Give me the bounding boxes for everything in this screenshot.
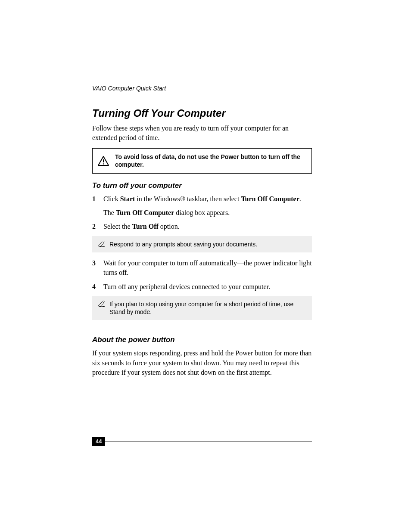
step-number: 2 bbox=[92, 222, 97, 231]
step-3-text: Wait for your computer to turn off autom… bbox=[103, 258, 312, 278]
warning-icon bbox=[98, 156, 109, 166]
page-number: 44 bbox=[92, 437, 105, 446]
section-heading-about-power: About the power button bbox=[92, 336, 312, 344]
step-number: 3 bbox=[92, 258, 97, 278]
section-heading-turn-off: To turn off your computer bbox=[92, 181, 312, 190]
pencil-icon bbox=[97, 240, 106, 247]
note-text: Respond to any prompts about saving your… bbox=[109, 240, 257, 248]
document-page: VAIO Computer Quick Start Turning Off Yo… bbox=[0, 0, 411, 532]
about-power-body: If your system stops responding, press a… bbox=[92, 348, 312, 377]
step-3: 3 Wait for your computer to turn off aut… bbox=[92, 258, 312, 278]
warning-text: To avoid loss of data, do not use the Po… bbox=[115, 153, 305, 168]
step-1-line-2: The Turn Off Computer dialog box appears… bbox=[103, 208, 312, 218]
intro-paragraph: Follow these steps when you are ready to… bbox=[92, 124, 312, 142]
step-4-text: Turn off any peripheral devices connecte… bbox=[103, 282, 312, 292]
step-1-line-1: Click Start in the Windows® taskbar, the… bbox=[103, 194, 312, 204]
note-save-documents: Respond to any prompts about saving your… bbox=[92, 236, 312, 252]
note-text: If you plan to stop using your computer … bbox=[109, 300, 307, 316]
footer-rule bbox=[105, 433, 312, 442]
note-standby: If you plan to stop using your computer … bbox=[92, 296, 312, 320]
pencil-icon bbox=[97, 300, 106, 307]
page-footer: 44 bbox=[92, 437, 312, 446]
step-4: 4 Turn off any peripheral devices connec… bbox=[92, 282, 312, 292]
warning-callout: To avoid loss of data, do not use the Po… bbox=[92, 148, 312, 173]
svg-point-2 bbox=[103, 163, 104, 165]
step-2-line-1: Select the Turn Off option. bbox=[103, 222, 312, 231]
step-number: 4 bbox=[92, 282, 97, 292]
step-number: 1 bbox=[92, 194, 97, 218]
page-title: Turning Off Your Computer bbox=[92, 107, 312, 119]
running-header: VAIO Computer Quick Start bbox=[92, 85, 312, 92]
step-2: 2 Select the Turn Off option. bbox=[92, 222, 312, 231]
step-1: 1 Click Start in the Windows® taskbar, t… bbox=[92, 194, 312, 218]
header-rule bbox=[92, 82, 312, 82]
